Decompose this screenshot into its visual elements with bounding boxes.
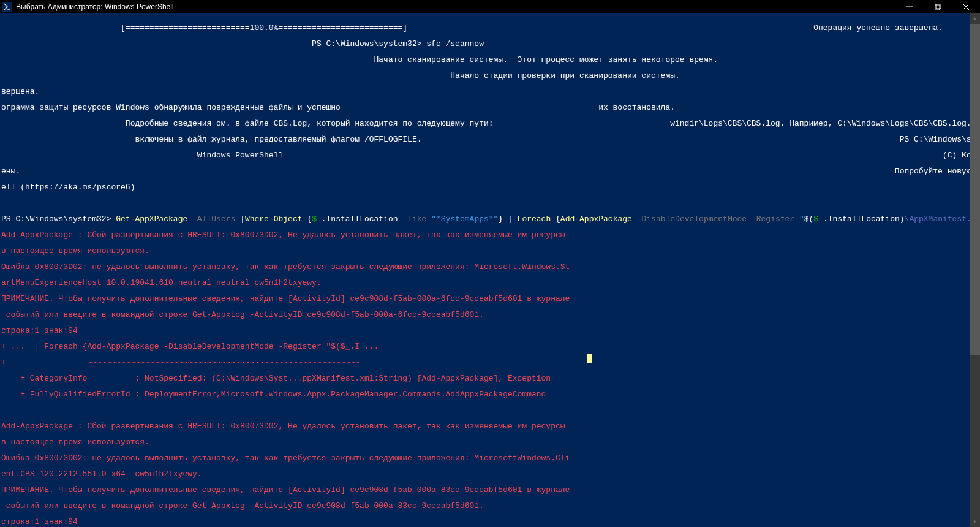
output-line: Windows PowerShell (С) Корпорация Майкро… (1, 151, 979, 159)
output-line: PS C:\Windows\system32> sfc /scannow (1, 40, 979, 48)
command-line: PS C:\Windows\system32> Get-AppXPackage … (1, 215, 979, 223)
powershell-icon (2, 2, 12, 12)
error-line: Ошибка 0x80073D02: не удалось выполнить … (1, 263, 979, 271)
scroll-up-button[interactable]: ▲ (970, 13, 980, 24)
titlebar[interactable]: Выбрать Администратор: Windows PowerShel… (0, 0, 980, 13)
minimize-button[interactable] (895, 0, 924, 13)
maximize-button[interactable] (924, 0, 952, 13)
text-cursor-icon (587, 354, 592, 363)
error-line: ПРИМЕЧАНИЕ. Чтобы получить дополнительны… (1, 295, 979, 303)
error-line: Add-AppxPackage : Сбой развертывания с H… (1, 231, 979, 239)
output-line: вершена. (1, 88, 979, 96)
output-line: Подробные сведения см. в файле CBS.Log, … (1, 119, 979, 127)
error-line: artMenuExperienceHost_10.0.19041.610_neu… (1, 279, 979, 287)
close-button[interactable] (952, 0, 980, 13)
scroll-thumb[interactable] (970, 24, 980, 355)
svg-rect-2 (935, 5, 940, 10)
error-line: Ошибка 0x80073D02: не удалось выполнить … (1, 454, 979, 462)
scroll-down-button[interactable]: ▼ (970, 517, 980, 527)
output-line: включены в файл журнала, предоставляемый… (1, 135, 979, 143)
error-line: ПРИМЕЧАНИЕ. Чтобы получить дополнительны… (1, 486, 979, 494)
error-line: + ... | Foreach {Add-AppxPackage -Disabl… (1, 343, 979, 351)
error-line: в настоящее время используются. (1, 438, 979, 446)
error-line: ent.CBS_120.2212.551.0_x64__cw5n1h2txyew… (1, 470, 979, 478)
error-line: Add-AppxPackage : Сбой развертывания с H… (1, 422, 979, 430)
output-line: ограмма защиты ресурсов Windows обнаружи… (1, 104, 979, 112)
error-line: строка:1 знак:94 (1, 327, 979, 335)
error-line: + CategoryInfo : NotSpecified: (C:\Windo… (1, 374, 979, 382)
error-line: + ~~~~~~~~~~~~~~~~~~~~~~~~~~~~~~~~~~~~~~… (1, 358, 979, 366)
output-line: ены. Попробуйте но (1, 167, 979, 175)
error-line: строка:1 знак:94 (1, 518, 979, 526)
output-line: Начато сканирование системы. Этот процес… (1, 56, 979, 64)
output-line (1, 406, 979, 414)
window-controls (895, 0, 980, 13)
error-line: событий или введите в командной строке G… (1, 502, 979, 510)
terminal-output[interactable]: [==========================100.0%=======… (0, 13, 980, 527)
svg-rect-3 (936, 4, 941, 9)
error-line: в настоящее время используются. (1, 247, 979, 255)
output-line (1, 199, 979, 207)
error-line: + FullyQualifiedErrorId : DeploymentErro… (1, 390, 979, 398)
error-line: событий или введите в командной строке G… (1, 311, 979, 319)
output-line: Начало стадии проверки при сканировании … (1, 72, 979, 80)
window-title: Выбрать Администратор: Windows PowerShel… (16, 3, 174, 10)
scrollbar[interactable]: ▲ ▼ (970, 13, 980, 527)
output-line: [==========================100.0%=======… (1, 24, 979, 32)
output-line: ell (https://aka.ms/pscore6) (1, 183, 979, 191)
